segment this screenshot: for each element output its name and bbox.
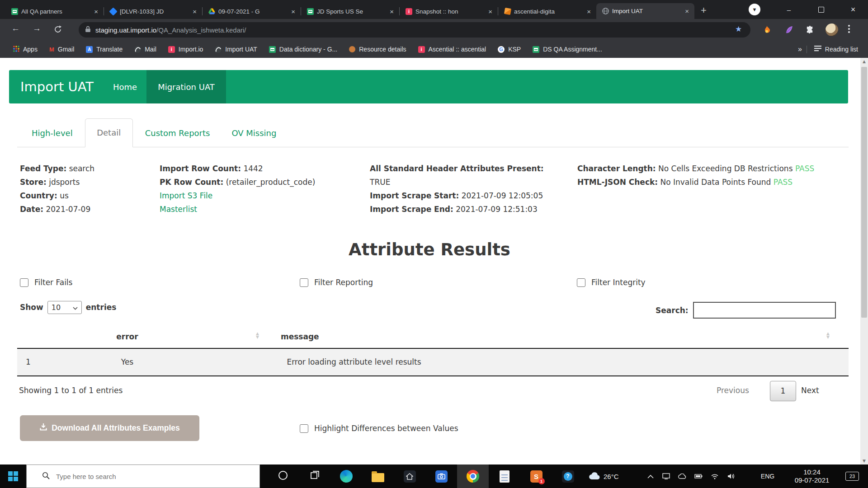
profile-avatar[interactable] <box>826 23 838 36</box>
tab-high-level[interactable]: High-level <box>32 119 73 147</box>
tab-close-icon[interactable]: × <box>585 8 593 15</box>
tab-detail[interactable]: Detail <box>85 118 133 147</box>
column-header-error[interactable]: error <box>101 332 153 341</box>
page-scrollbar[interactable]: ▲ ▼ <box>860 58 868 465</box>
battery-icon[interactable] <box>692 465 705 488</box>
tab-close-icon[interactable]: × <box>191 8 198 15</box>
bookmark-apps[interactable]: Apps <box>7 46 43 53</box>
reload-button[interactable] <box>53 25 62 36</box>
action-center-button[interactable]: 23 <box>842 465 863 488</box>
info-value: No Invalid Data Points Found <box>660 178 771 187</box>
window-close-button[interactable]: × <box>843 0 863 19</box>
taskbar-search[interactable] <box>26 465 260 488</box>
sort-icon[interactable]: ▲▼ <box>256 332 259 339</box>
bookmark-translate[interactable]: A Translate <box>80 46 128 53</box>
taskbar-clock[interactable]: 10:24 09-07-2021 <box>786 465 838 488</box>
pagination-next[interactable]: Next <box>801 386 819 395</box>
edge-button[interactable] <box>330 465 362 488</box>
help-app-button[interactable]: ? <box>552 465 584 488</box>
back-button[interactable]: ← <box>11 23 20 33</box>
reading-list-icon <box>814 46 821 53</box>
bookmark-ksp[interactable]: G KSP <box>492 46 527 53</box>
browser-tab[interactable]: JD Sports US Se × <box>301 4 399 19</box>
bookmark-import-uat[interactable]: Import UAT <box>209 46 263 53</box>
taskbar-search-input[interactable] <box>55 472 238 481</box>
extensions-puzzle-icon[interactable] <box>804 24 815 35</box>
nav-migration-uat[interactable]: Migration UAT <box>146 70 226 103</box>
reading-list-button[interactable]: Reading list <box>807 46 861 53</box>
window-minimize-button[interactable]: – <box>778 0 799 19</box>
tab-close-icon[interactable]: × <box>486 8 494 15</box>
app-brand[interactable]: Import UAT <box>20 79 94 94</box>
tab-ov-missing[interactable]: OV Missing <box>231 119 276 147</box>
s-app-button[interactable]: S 1 <box>520 465 552 488</box>
home-app-button[interactable] <box>394 465 425 488</box>
import-s3-file-link[interactable]: Import S3 File <box>160 191 212 200</box>
notepad-app-button[interactable] <box>489 465 520 488</box>
entries-select[interactable]: 10 <box>47 301 82 314</box>
file-explorer-button[interactable] <box>362 465 394 488</box>
flame-extension-icon[interactable] <box>761 24 772 35</box>
scroll-down-icon[interactable]: ▼ <box>860 459 868 463</box>
camera-app-button[interactable] <box>425 465 457 488</box>
feather-extension-icon[interactable] <box>784 24 795 35</box>
browser-tab[interactable]: All QA partners × <box>5 4 104 19</box>
bookmark-data-dictionary[interactable]: Data dictionary - G... <box>263 46 343 53</box>
address-bar[interactable]: staging.uat.import.io/QA_Analysis_ishwet… <box>79 22 750 38</box>
browser-tab[interactable]: 09-07-2021 - G × <box>203 4 301 19</box>
sheets-icon <box>307 8 314 15</box>
bookmark-mail[interactable]: Mail <box>128 46 162 53</box>
tab-search-icon[interactable]: ▼ <box>749 4 760 15</box>
window-maximize-button[interactable] <box>811 0 831 19</box>
scrollbar-thumb[interactable] <box>861 67 867 318</box>
chrome-button-active[interactable] <box>457 465 489 488</box>
filter-fails-checkbox[interactable] <box>20 278 28 287</box>
language-indicator[interactable]: ENG <box>758 465 778 488</box>
browser-tab[interactable]: i Snapshot :: hon × <box>400 4 498 19</box>
bookmark-ascential[interactable]: i Ascential :: ascential <box>412 46 492 53</box>
browser-menu-icon[interactable] <box>848 25 850 33</box>
bookmarks-overflow-icon[interactable]: » <box>793 45 807 53</box>
tray-device-icon[interactable] <box>659 465 673 488</box>
taskbar-weather[interactable]: 26°C <box>589 465 619 488</box>
nav-home[interactable]: Home <box>104 70 146 103</box>
search-input[interactable] <box>693 302 836 319</box>
tab-close-icon[interactable]: × <box>92 8 100 15</box>
tab-close-icon[interactable]: × <box>388 8 396 15</box>
tab-title: 09-07-2021 - G <box>218 8 287 15</box>
column-header-message[interactable]: message <box>281 332 319 341</box>
new-tab-button[interactable]: + <box>701 4 707 17</box>
cortana-icon <box>278 470 288 483</box>
task-view-button[interactable] <box>299 465 330 488</box>
forward-button[interactable]: → <box>33 23 41 33</box>
tray-expand-button[interactable] <box>644 465 657 488</box>
filter-reporting-checkbox[interactable] <box>300 278 308 287</box>
tab-close-icon[interactable]: × <box>289 8 297 15</box>
highlight-differences-checkbox[interactable] <box>300 424 308 433</box>
masterlist-link[interactable]: Masterlist <box>160 205 197 214</box>
cortana-button[interactable] <box>267 465 299 488</box>
browser-tab-active[interactable]: Import UAT × <box>596 3 694 19</box>
bookmark-resource-details[interactable]: Resource details <box>343 46 412 53</box>
volume-icon[interactable] <box>724 465 738 488</box>
bookmark-importio[interactable]: i Import.io <box>162 46 209 53</box>
onedrive-icon[interactable] <box>675 465 689 488</box>
tab-close-icon[interactable]: × <box>683 7 691 15</box>
bookmark-ds-qa[interactable]: DS QA Assignment... <box>527 46 608 53</box>
browser-tab[interactable]: ascential-digita × <box>498 4 596 19</box>
bookmark-label: Ascential :: ascential <box>429 46 486 53</box>
bookmark-star-icon[interactable]: ★ <box>735 24 742 34</box>
download-all-attributes-button[interactable]: Download All Attributes Examples <box>20 415 199 441</box>
wifi-icon[interactable] <box>708 465 722 488</box>
scroll-up-icon[interactable]: ▲ <box>860 59 868 64</box>
browser-tab[interactable]: [DLVR-1033] JD × <box>104 4 202 19</box>
pagination-page-1[interactable]: 1 <box>770 381 796 401</box>
pagination-previous[interactable]: Previous <box>717 386 749 395</box>
info-country: Country: us <box>20 189 94 202</box>
info-value: jdsports <box>49 178 80 187</box>
filter-integrity-checkbox[interactable] <box>577 278 585 287</box>
start-button[interactable] <box>0 465 26 488</box>
tab-custom-reports[interactable]: Custom Reports <box>145 119 210 147</box>
sort-icon[interactable]: ▲▼ <box>826 332 830 339</box>
bookmark-gmail[interactable]: M Gmail <box>43 46 80 53</box>
